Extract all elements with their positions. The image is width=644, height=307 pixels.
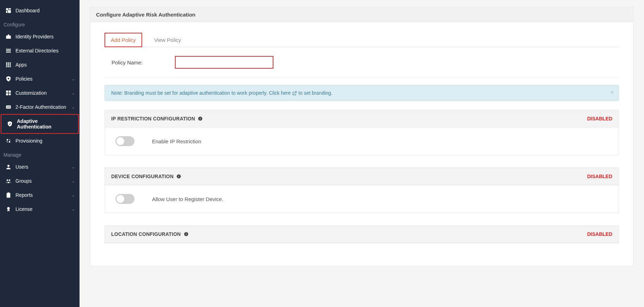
sidebar-item-apps[interactable]: Apps — [0, 58, 80, 72]
sidebar-label: Dashboard — [15, 8, 75, 13]
branding-note-alert: Note: Branding must be set for adaptive … — [105, 85, 619, 101]
sync-users-icon — [5, 137, 12, 144]
sidebar-item-users[interactable]: Users ⌄ — [0, 160, 80, 174]
sidebar-label: Groups — [15, 178, 72, 184]
svg-point-18 — [8, 78, 10, 80]
info-icon: i — [198, 116, 203, 121]
close-alert-button[interactable]: × — [611, 89, 614, 96]
svg-point-28 — [7, 180, 8, 181]
ip-restriction-card: IP RESTRICTION CONFIGURATION i DISABLED … — [105, 110, 619, 155]
shield-check-icon — [6, 120, 13, 127]
chevron-down-icon: ⌄ — [72, 165, 75, 169]
status-badge: DISABLED — [587, 116, 612, 121]
sidebar-label: Apps — [15, 62, 75, 68]
svg-rect-12 — [6, 64, 7, 66]
chevron-down-icon: ⌄ — [72, 179, 75, 183]
sidebar-item-license[interactable]: License ⌄ — [0, 202, 80, 216]
svg-point-32 — [7, 207, 10, 210]
status-badge: DISABLED — [587, 174, 612, 179]
dashboard-icon — [5, 7, 12, 14]
status-badge: DISABLED — [587, 231, 612, 237]
device-register-toggle[interactable] — [115, 194, 134, 204]
external-link-icon — [292, 91, 297, 96]
svg-rect-6 — [6, 49, 11, 50]
svg-rect-17 — [10, 66, 11, 67]
policy-tabs: Add Policy View Policy — [105, 33, 619, 47]
sidebar-label: Customization — [15, 90, 72, 96]
svg-rect-11 — [10, 62, 11, 64]
policy-name-label: Policy Name: — [112, 59, 154, 65]
sidebar-item-customization[interactable]: Customization ⌄ — [0, 86, 80, 100]
toggle-knob — [116, 195, 124, 203]
sidebar-item-groups[interactable]: Groups ⌄ — [0, 174, 80, 188]
chevron-down-icon: ⌄ — [72, 105, 75, 109]
shield-search-icon — [5, 75, 12, 82]
sidebar: Dashboard Configure Identity Providers E… — [0, 0, 80, 307]
sidebar-label: Users — [15, 164, 72, 170]
sidebar-item-external-directories[interactable]: External Directories — [0, 44, 80, 58]
svg-rect-10 — [8, 62, 10, 64]
svg-rect-5 — [8, 35, 10, 36]
sidebar-item-policies[interactable]: Policies ⌄ — [0, 72, 80, 86]
svg-rect-20 — [9, 90, 11, 93]
sidebar-label: License — [15, 206, 72, 212]
chevron-down-icon: ⌄ — [72, 91, 75, 95]
svg-rect-1 — [9, 8, 11, 10]
branding-link[interactable]: here — [281, 90, 297, 96]
alert-text-suffix: to set branding. — [298, 90, 333, 96]
svg-rect-16 — [8, 66, 10, 67]
sidebar-section-configure: Configure — [0, 18, 80, 30]
clipboard-icon — [5, 192, 12, 199]
card-title: IP RESTRICTION CONFIGURATION i — [111, 116, 203, 121]
tab-add-policy[interactable]: Add Policy — [105, 33, 142, 47]
sidebar-label: Reports — [15, 192, 72, 198]
sidebar-label: Policies — [15, 76, 72, 82]
svg-rect-0 — [6, 8, 8, 10]
policy-name-input[interactable] — [175, 56, 273, 69]
svg-text:123: 123 — [7, 106, 11, 108]
svg-rect-7 — [6, 50, 11, 51]
sidebar-item-provisioning[interactable]: Provisioning — [0, 134, 80, 148]
tab-view-policy[interactable]: View Policy — [148, 33, 187, 47]
svg-rect-3 — [8, 10, 11, 13]
alert-text-prefix: Note: Branding must be set for adaptive … — [111, 90, 281, 96]
device-config-card: DEVICE CONFIGURATION i DISABLED Allow Us… — [105, 168, 619, 213]
ip-restriction-toggle[interactable] — [115, 136, 134, 146]
svg-rect-13 — [8, 64, 10, 66]
sidebar-item-dashboard[interactable]: Dashboard — [0, 4, 80, 18]
card-body: Allow User to Register Device. — [105, 185, 619, 213]
svg-rect-8 — [6, 52, 11, 52]
info-icon: i — [184, 232, 189, 237]
svg-rect-2 — [6, 11, 7, 13]
svg-point-26 — [9, 141, 11, 143]
page-title: Configure Adaptive Risk Authentication — [90, 7, 633, 22]
svg-point-22 — [9, 93, 11, 95]
svg-rect-14 — [10, 64, 11, 66]
card-title: LOCATION CONFIGURATION i — [111, 231, 189, 237]
groups-icon — [5, 177, 12, 184]
svg-point-25 — [7, 139, 8, 141]
info-icon: i — [176, 174, 181, 179]
main-content: Configure Adaptive Risk Authentication A… — [80, 0, 644, 307]
card-header: LOCATION CONFIGURATION i DISABLED — [105, 226, 619, 243]
sidebar-item-two-factor[interactable]: 123 2-Factor Authentication ⌄ — [0, 100, 80, 114]
toggle-label: Enable IP Restriction — [152, 138, 201, 144]
sidebar-label: Adaptive Authentication — [17, 118, 73, 130]
sidebar-item-identity-providers[interactable]: Identity Providers — [0, 30, 80, 44]
sidebar-label: 2-Factor Authentication — [15, 104, 72, 110]
svg-rect-4 — [6, 36, 11, 39]
chevron-down-icon: ⌄ — [72, 193, 75, 197]
briefcase-icon — [5, 33, 12, 40]
toggle-knob — [116, 137, 124, 145]
sidebar-section-manage: Manage — [0, 148, 80, 160]
sidebar-item-reports[interactable]: Reports ⌄ — [0, 188, 80, 202]
sidebar-label: Provisioning — [15, 138, 75, 144]
chevron-down-icon: ⌄ — [72, 207, 75, 211]
user-icon — [5, 163, 12, 170]
svg-point-27 — [7, 165, 10, 167]
number-badge-icon: 123 — [5, 104, 12, 111]
sidebar-item-adaptive-auth[interactable]: Adaptive Authentication — [1, 114, 79, 134]
policy-name-row: Policy Name: — [105, 54, 619, 78]
card-header: DEVICE CONFIGURATION i DISABLED — [105, 168, 619, 185]
location-config-card: LOCATION CONFIGURATION i DISABLED — [105, 225, 619, 243]
